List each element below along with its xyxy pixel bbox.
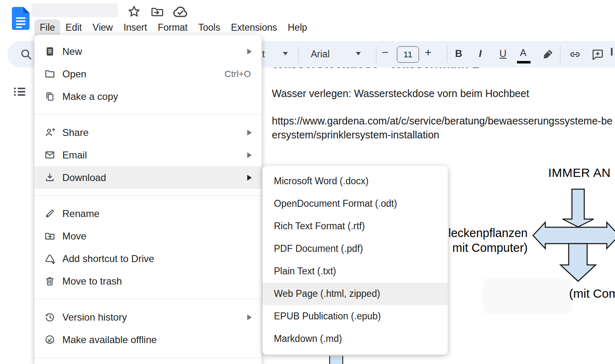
menu-bar: File Edit View Insert Format Tools Exten… [34, 19, 312, 36]
shortcut-label: Ctrl+O [225, 69, 251, 79]
file-menu-item-make-a-copy[interactable]: Make a copy [34, 85, 262, 108]
cloud-saved-icon[interactable] [172, 5, 188, 19]
decrease-font-size-button[interactable]: − [382, 47, 388, 57]
google-docs-window: Wassersteckdose - Wassermann 2 Wasser ve… [0, 0, 615, 364]
menu-divider [34, 357, 262, 358]
doc-url-line2[interactable]: ersystem/sprinklersystem-installation [272, 129, 439, 141]
file-menu-item-download[interactable]: Download [34, 166, 262, 189]
person-add-icon [44, 127, 55, 138]
new-document-icon [44, 46, 55, 57]
submenu-arrow-icon [247, 175, 252, 181]
history-icon [44, 312, 55, 323]
text-color-button[interactable]: A [520, 48, 526, 58]
menu-divider [34, 114, 262, 115]
chevron-down-icon[interactable] [356, 52, 361, 55]
search-icon[interactable] [20, 48, 32, 61]
font-family-dropdown[interactable]: Arial [311, 49, 330, 60]
chevron-down-icon[interactable] [283, 52, 288, 55]
submenu-arrow-icon [247, 130, 252, 136]
increase-font-size-button[interactable]: + [425, 47, 431, 57]
doc-url-line1[interactable]: https://www.gardena.com/at/c/service/ber… [272, 115, 613, 127]
pencil-icon [44, 208, 55, 219]
envelope-icon [44, 149, 55, 161]
menu-divider [34, 195, 262, 196]
file-menu-item-email[interactable]: Email [34, 144, 262, 166]
underline-button[interactable]: U [499, 49, 506, 59]
document-title-redacted[interactable] [32, 3, 118, 17]
highlighter-pen-icon[interactable] [542, 47, 555, 61]
submenu-arrow-icon [247, 314, 252, 320]
move-to-folder-icon[interactable] [150, 5, 164, 18]
menu-edit[interactable]: Edit [60, 20, 87, 35]
menu-divider [34, 299, 262, 299]
menu-help[interactable]: Help [282, 20, 312, 35]
download-submenu-panel: Microsoft Word (.docx) OpenDocument Form… [262, 166, 448, 355]
menu-file[interactable]: File [34, 19, 60, 36]
doc-paragraph[interactable]: Wasser verlegen: Wassersteckdose vorn be… [272, 88, 529, 99]
submenu-arrow-icon [247, 152, 252, 158]
file-menu-item-move[interactable]: Move [34, 225, 262, 247]
trash-icon [44, 276, 55, 287]
download-option-docx[interactable]: Microsoft Word (.docx) [262, 170, 448, 192]
drive-add-icon [44, 253, 55, 264]
text-color-swatch [517, 61, 531, 63]
offline-pin-icon [44, 334, 55, 345]
open-folder-icon [44, 68, 55, 79]
download-option-md[interactable]: Markdown (.md) [262, 328, 448, 350]
arrow-shaft-fragment [329, 356, 343, 364]
add-comment-icon[interactable] [591, 48, 604, 61]
cross-arrows-shape[interactable] [531, 186, 615, 283]
download-option-txt[interactable]: Plain Text (.txt) [262, 260, 448, 283]
submenu-arrow-icon [247, 49, 252, 54]
bold-button[interactable]: B [455, 49, 462, 59]
file-menu-item-move-to-trash[interactable]: Move to trash [34, 270, 262, 292]
insert-link-icon[interactable] [568, 48, 582, 61]
down-arrow-bottom [560, 244, 596, 281]
file-menu-item-open[interactable]: Open Ctrl+O [34, 63, 262, 85]
download-option-odt[interactable]: OpenDocument Format (.odt) [262, 192, 448, 215]
download-option-epub[interactable]: EPUB Publication (.epub) [262, 305, 448, 328]
file-menu-item-share[interactable]: Share [34, 121, 262, 144]
star-icon[interactable] [128, 5, 141, 18]
download-option-pdf[interactable]: PDF Document (.pdf) [262, 237, 448, 260]
menu-format[interactable]: Format [153, 20, 193, 35]
file-menu-item-add-shortcut-to-drive[interactable]: Add shortcut to Drive [34, 247, 262, 270]
download-option-rtf[interactable]: Rich Text Format (.rtf) [262, 215, 448, 237]
menu-view[interactable]: View [87, 20, 118, 35]
insert-image-icon[interactable] [611, 48, 615, 60]
folder-move-icon [44, 231, 55, 242]
google-docs-icon[interactable] [11, 7, 30, 30]
download-icon [44, 172, 55, 183]
down-arrow-top [563, 189, 594, 227]
doc-heading-text: Wassersteckdose - Wassermann 2 [272, 68, 575, 71]
doc-heading-clipped: Wassersteckdose - Wassermann 2 [272, 68, 575, 71]
download-option-html-zipped[interactable]: Web Page (.html, zipped) [262, 283, 448, 305]
file-menu-item-make-available-offline[interactable]: Make available offline [34, 328, 262, 351]
file-menu-item-rename[interactable]: Rename [34, 202, 262, 225]
menu-insert[interactable]: Insert [118, 20, 153, 35]
file-menu-item-new[interactable]: New [34, 40, 262, 63]
file-menu-panel: New Open Ctrl+O Make a copy [34, 35, 262, 364]
diagram-bottom-right-label: (mit Com [569, 287, 615, 301]
redacted-blur-patch [486, 282, 569, 310]
document-outline-icon[interactable] [12, 84, 27, 99]
diagram-top-label: IMMER AN [548, 166, 610, 180]
file-menu-item-version-history[interactable]: Version history [34, 306, 262, 328]
copy-icon [44, 91, 55, 102]
menu-tools[interactable]: Tools [193, 20, 226, 35]
italic-button[interactable]: I [479, 49, 482, 59]
font-size-input[interactable]: 11 [397, 46, 419, 63]
menu-extensions[interactable]: Extensions [226, 20, 282, 35]
